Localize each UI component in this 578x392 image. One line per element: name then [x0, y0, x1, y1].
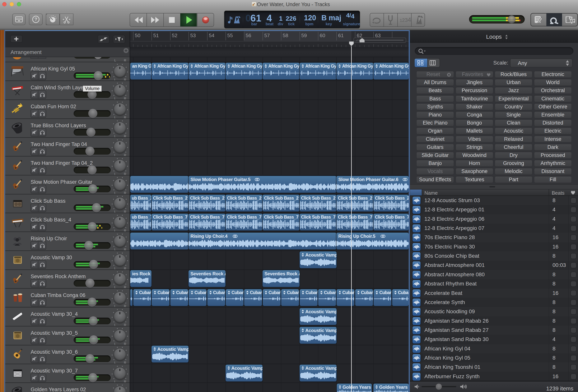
svg-text:?: ? [34, 17, 37, 22]
